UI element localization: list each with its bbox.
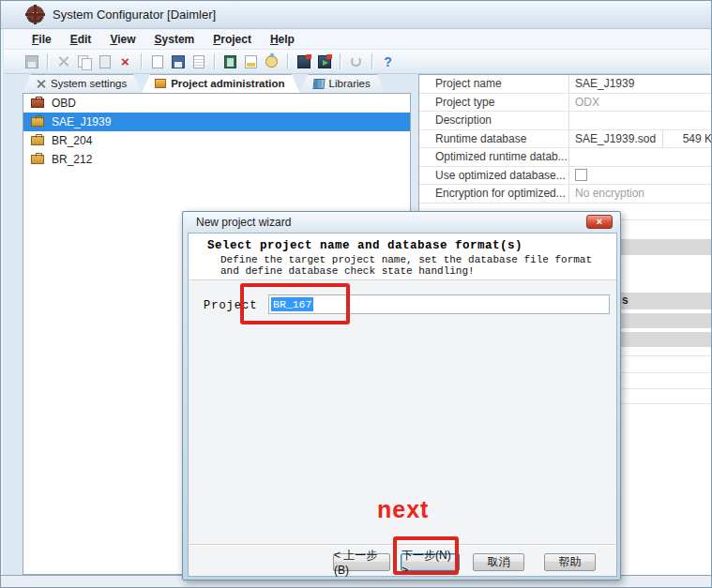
run-database-flag-icon[interactable] [315, 53, 333, 70]
toolbar-separator [340, 53, 341, 69]
property-row: Runtime database SAE_J1939.sod 549 K [419, 130, 712, 149]
book-icon[interactable] [221, 53, 239, 70]
dialog-close-button[interactable]: × [586, 215, 613, 229]
toolbar-separator [214, 53, 215, 69]
new-project-wizard-dialog: New project wizard × Select project name… [182, 211, 621, 580]
menu-view[interactable]: View [102, 31, 143, 48]
briefcase-icon [31, 98, 44, 108]
toolbar-separator [287, 53, 288, 69]
title-bar: System Configurator [Daimler] [1, 1, 712, 29]
menu-bar: File Edit View System Project Help [4, 29, 710, 50]
property-row: Encryption for optimized... No encryptio… [419, 185, 712, 204]
briefcase-icon [31, 117, 44, 127]
menu-project[interactable]: Project [205, 31, 259, 48]
briefcase-icon [31, 155, 44, 164]
toolbar-separator [141, 53, 142, 69]
wizard-heading: Select project name and database format(… [207, 239, 523, 252]
app-gear-icon [27, 7, 43, 23]
wizard-header: Select project name and database format(… [189, 234, 616, 280]
tree-item-sae-j1939[interactable]: SAE_J1939 [23, 113, 410, 131]
system-configurator-window: System Configurator [Daimler] File Edit … [0, 0, 712, 588]
property-value[interactable]: SAE_J1939 [569, 77, 712, 90]
tab-project-administration[interactable]: Project administration [142, 74, 299, 93]
flask-icon[interactable] [263, 53, 280, 70]
wizard-description-line2: and define database check state handling… [220, 265, 475, 277]
report-document-icon[interactable] [242, 53, 260, 70]
dialog-title-bar[interactable]: New project wizard [184, 212, 619, 233]
property-value[interactable]: No encryption [569, 187, 712, 200]
tab-label: System settings [51, 78, 127, 89]
use-optimized-database-checkbox[interactable] [575, 169, 587, 181]
property-row: Project type ODX [419, 94, 712, 113]
cut-icon[interactable] [54, 53, 72, 70]
back-button[interactable]: < 上一步(B) [333, 553, 390, 571]
tab-system-settings[interactable]: System settings [23, 74, 142, 93]
window-title: System Configurator [Daimler] [53, 8, 216, 22]
cancel-button[interactable]: 取消 [473, 553, 524, 571]
tree-item-br-212[interactable]: BR_212 [23, 150, 410, 169]
property-row: Optimized runtime datab... [419, 148, 712, 167]
tab-libraries[interactable]: Libraries [300, 74, 386, 93]
annotation-rect-next-button [393, 536, 459, 575]
help-button[interactable]: 帮助 [544, 553, 596, 571]
property-row: Use optimized database... [419, 167, 712, 186]
annotation-next-label: next [377, 496, 429, 523]
tab-label: Libraries [329, 78, 371, 89]
clipped-text-fragment: s [622, 294, 629, 307]
toolbar-separator [47, 53, 48, 69]
tools-icon [36, 79, 46, 89]
tab-label: Project administration [171, 78, 284, 89]
property-row: Description [419, 112, 712, 130]
menu-file[interactable]: File [24, 31, 59, 48]
run-database-icon[interactable] [295, 53, 312, 70]
menu-help[interactable]: Help [263, 31, 302, 48]
paste-icon[interactable] [96, 53, 114, 70]
wizard-description-line1: Define the target project name, set the … [220, 254, 592, 265]
briefcase-icon [31, 136, 44, 145]
save-icon[interactable] [169, 53, 187, 70]
copy-icon[interactable] [75, 53, 93, 70]
document-icon[interactable] [189, 53, 207, 70]
box-icon [155, 79, 166, 88]
tree-item-br-204[interactable]: BR_204 [23, 131, 410, 150]
toolbar: × ? [4, 50, 710, 74]
tab-bar: System settings Project administration L… [23, 74, 386, 93]
dialog-title: New project wizard [196, 216, 291, 229]
toolbar-separator [371, 53, 372, 69]
help-icon[interactable]: ? [379, 53, 397, 70]
menu-system[interactable]: System [147, 31, 203, 48]
annotation-rect-project-input [240, 283, 350, 324]
delete-icon[interactable]: × [116, 53, 134, 70]
new-document-icon[interactable] [148, 53, 166, 70]
save-disabled-icon[interactable] [23, 53, 40, 70]
refresh-icon[interactable] [347, 53, 365, 70]
property-value[interactable]: ODX [569, 96, 712, 109]
books-icon [312, 79, 325, 89]
property-row: Project name SAE_J1939 [419, 75, 712, 94]
database-size: 549 K [662, 130, 712, 148]
tree-item-obd[interactable]: OBD [23, 94, 410, 113]
menu-edit[interactable]: Edit [63, 31, 99, 48]
